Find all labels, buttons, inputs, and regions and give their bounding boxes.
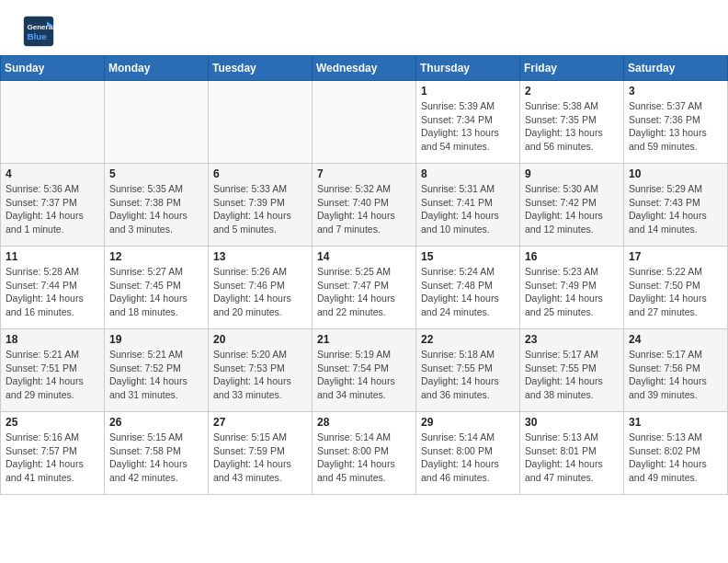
- weekday-header-row: SundayMondayTuesdayWednesdayThursdayFrid…: [1, 56, 728, 81]
- page-header: General Blue: [0, 0, 728, 55]
- calendar-cell: 29Sunrise: 5:14 AMSunset: 8:00 PMDayligh…: [416, 412, 520, 495]
- day-number: 30: [525, 416, 619, 429]
- day-info: Sunrise: 5:35 AMSunset: 7:38 PMDaylight:…: [109, 182, 203, 236]
- calendar-cell: 20Sunrise: 5:20 AMSunset: 7:53 PMDayligh…: [209, 329, 313, 412]
- calendar-cell: [313, 81, 416, 164]
- calendar-cell: 4Sunrise: 5:36 AMSunset: 7:37 PMDaylight…: [1, 164, 105, 247]
- day-info: Sunrise: 5:16 AMSunset: 7:57 PMDaylight:…: [6, 431, 99, 485]
- day-number: 24: [629, 333, 722, 346]
- calendar-cell: 16Sunrise: 5:23 AMSunset: 7:49 PMDayligh…: [520, 247, 624, 329]
- calendar-cell: 3Sunrise: 5:37 AMSunset: 7:36 PMDaylight…: [624, 81, 728, 164]
- calendar-table: SundayMondayTuesdayWednesdayThursdayFrid…: [0, 55, 728, 495]
- weekday-header-wednesday: Wednesday: [313, 56, 416, 81]
- day-info: Sunrise: 5:14 AMSunset: 8:00 PMDaylight:…: [421, 431, 515, 485]
- day-number: 11: [6, 250, 99, 263]
- day-number: 15: [421, 250, 515, 263]
- day-info: Sunrise: 5:31 AMSunset: 7:41 PMDaylight:…: [421, 182, 515, 236]
- calendar-cell: 26Sunrise: 5:15 AMSunset: 7:58 PMDayligh…: [105, 412, 209, 495]
- calendar-cell: 9Sunrise: 5:30 AMSunset: 7:42 PMDaylight…: [520, 164, 624, 247]
- day-number: 14: [317, 250, 411, 263]
- calendar-cell: 13Sunrise: 5:26 AMSunset: 7:46 PMDayligh…: [209, 247, 313, 329]
- day-info: Sunrise: 5:39 AMSunset: 7:34 PMDaylight:…: [421, 99, 515, 154]
- day-info: Sunrise: 5:32 AMSunset: 7:40 PMDaylight:…: [317, 182, 411, 236]
- weekday-header-saturday: Saturday: [624, 56, 728, 81]
- day-info: Sunrise: 5:17 AMSunset: 7:56 PMDaylight:…: [629, 348, 722, 402]
- day-info: Sunrise: 5:29 AMSunset: 7:43 PMDaylight:…: [629, 182, 722, 236]
- calendar-cell: 23Sunrise: 5:17 AMSunset: 7:55 PMDayligh…: [520, 329, 624, 412]
- day-info: Sunrise: 5:20 AMSunset: 7:53 PMDaylight:…: [213, 348, 307, 402]
- day-number: 13: [213, 250, 307, 263]
- day-number: 16: [525, 250, 619, 263]
- calendar-cell: 8Sunrise: 5:31 AMSunset: 7:41 PMDaylight…: [416, 164, 520, 247]
- calendar-cell: 2Sunrise: 5:38 AMSunset: 7:35 PMDaylight…: [520, 81, 624, 164]
- calendar-cell: 27Sunrise: 5:15 AMSunset: 7:59 PMDayligh…: [209, 412, 313, 495]
- day-number: 12: [109, 250, 203, 263]
- day-number: 10: [629, 167, 722, 180]
- week-row-4: 18Sunrise: 5:21 AMSunset: 7:51 PMDayligh…: [1, 329, 728, 412]
- calendar-cell: 7Sunrise: 5:32 AMSunset: 7:40 PMDaylight…: [313, 164, 416, 247]
- day-number: 28: [317, 416, 411, 429]
- weekday-header-tuesday: Tuesday: [209, 56, 313, 81]
- calendar-cell: 31Sunrise: 5:13 AMSunset: 8:02 PMDayligh…: [624, 412, 728, 495]
- calendar-cell: [1, 81, 105, 164]
- calendar-cell: 11Sunrise: 5:28 AMSunset: 7:44 PMDayligh…: [1, 247, 105, 329]
- day-number: 8: [421, 167, 515, 180]
- day-info: Sunrise: 5:21 AMSunset: 7:52 PMDaylight:…: [109, 348, 203, 402]
- calendar-cell: 10Sunrise: 5:29 AMSunset: 7:43 PMDayligh…: [624, 164, 728, 247]
- week-row-5: 25Sunrise: 5:16 AMSunset: 7:57 PMDayligh…: [1, 412, 728, 495]
- day-info: Sunrise: 5:15 AMSunset: 7:59 PMDaylight:…: [213, 431, 307, 485]
- day-info: Sunrise: 5:38 AMSunset: 7:35 PMDaylight:…: [525, 99, 619, 154]
- day-number: 2: [525, 85, 619, 98]
- day-info: Sunrise: 5:24 AMSunset: 7:48 PMDaylight:…: [421, 265, 515, 319]
- day-number: 21: [317, 333, 411, 346]
- day-info: Sunrise: 5:28 AMSunset: 7:44 PMDaylight:…: [6, 265, 99, 319]
- day-number: 25: [6, 416, 99, 429]
- day-number: 19: [109, 333, 203, 346]
- calendar-cell: 24Sunrise: 5:17 AMSunset: 7:56 PMDayligh…: [624, 329, 728, 412]
- calendar-cell: [105, 81, 209, 164]
- day-number: 4: [6, 167, 99, 180]
- weekday-header-thursday: Thursday: [416, 56, 520, 81]
- day-info: Sunrise: 5:13 AMSunset: 8:02 PMDaylight:…: [629, 431, 722, 485]
- calendar-cell: 28Sunrise: 5:14 AMSunset: 8:00 PMDayligh…: [313, 412, 416, 495]
- day-number: 3: [629, 85, 722, 98]
- logo: General Blue: [22, 15, 55, 48]
- day-number: 17: [629, 250, 722, 263]
- day-info: Sunrise: 5:14 AMSunset: 8:00 PMDaylight:…: [317, 431, 411, 485]
- calendar-cell: [209, 81, 313, 164]
- calendar-cell: 19Sunrise: 5:21 AMSunset: 7:52 PMDayligh…: [105, 329, 209, 412]
- day-number: 23: [525, 333, 619, 346]
- day-info: Sunrise: 5:21 AMSunset: 7:51 PMDaylight:…: [6, 348, 99, 402]
- day-info: Sunrise: 5:30 AMSunset: 7:42 PMDaylight:…: [525, 182, 619, 236]
- day-info: Sunrise: 5:23 AMSunset: 7:49 PMDaylight:…: [525, 265, 619, 319]
- day-info: Sunrise: 5:27 AMSunset: 7:45 PMDaylight:…: [109, 265, 203, 319]
- day-info: Sunrise: 5:25 AMSunset: 7:47 PMDaylight:…: [317, 265, 411, 319]
- day-info: Sunrise: 5:15 AMSunset: 7:58 PMDaylight:…: [109, 431, 203, 485]
- day-info: Sunrise: 5:37 AMSunset: 7:36 PMDaylight:…: [629, 99, 722, 154]
- calendar-cell: 12Sunrise: 5:27 AMSunset: 7:45 PMDayligh…: [105, 247, 209, 329]
- day-info: Sunrise: 5:33 AMSunset: 7:39 PMDaylight:…: [213, 182, 307, 236]
- week-row-3: 11Sunrise: 5:28 AMSunset: 7:44 PMDayligh…: [1, 247, 728, 329]
- day-info: Sunrise: 5:17 AMSunset: 7:55 PMDaylight:…: [525, 348, 619, 402]
- calendar-cell: 15Sunrise: 5:24 AMSunset: 7:48 PMDayligh…: [416, 247, 520, 329]
- day-info: Sunrise: 5:18 AMSunset: 7:55 PMDaylight:…: [421, 348, 515, 402]
- calendar-cell: 30Sunrise: 5:13 AMSunset: 8:01 PMDayligh…: [520, 412, 624, 495]
- day-number: 22: [421, 333, 515, 346]
- logo-icon: General Blue: [22, 15, 55, 48]
- svg-text:Blue: Blue: [27, 31, 47, 41]
- week-row-1: 1Sunrise: 5:39 AMSunset: 7:34 PMDaylight…: [1, 81, 728, 164]
- day-number: 1: [421, 85, 515, 98]
- calendar-cell: 21Sunrise: 5:19 AMSunset: 7:54 PMDayligh…: [313, 329, 416, 412]
- day-info: Sunrise: 5:26 AMSunset: 7:46 PMDaylight:…: [213, 265, 307, 319]
- calendar-cell: 25Sunrise: 5:16 AMSunset: 7:57 PMDayligh…: [1, 412, 105, 495]
- day-number: 6: [213, 167, 307, 180]
- day-number: 5: [109, 167, 203, 180]
- calendar-cell: 14Sunrise: 5:25 AMSunset: 7:47 PMDayligh…: [313, 247, 416, 329]
- day-number: 27: [213, 416, 307, 429]
- day-number: 9: [525, 167, 619, 180]
- calendar-cell: 1Sunrise: 5:39 AMSunset: 7:34 PMDaylight…: [416, 81, 520, 164]
- day-info: Sunrise: 5:22 AMSunset: 7:50 PMDaylight:…: [629, 265, 722, 319]
- calendar-cell: 5Sunrise: 5:35 AMSunset: 7:38 PMDaylight…: [105, 164, 209, 247]
- day-info: Sunrise: 5:13 AMSunset: 8:01 PMDaylight:…: [525, 431, 619, 485]
- day-number: 7: [317, 167, 411, 180]
